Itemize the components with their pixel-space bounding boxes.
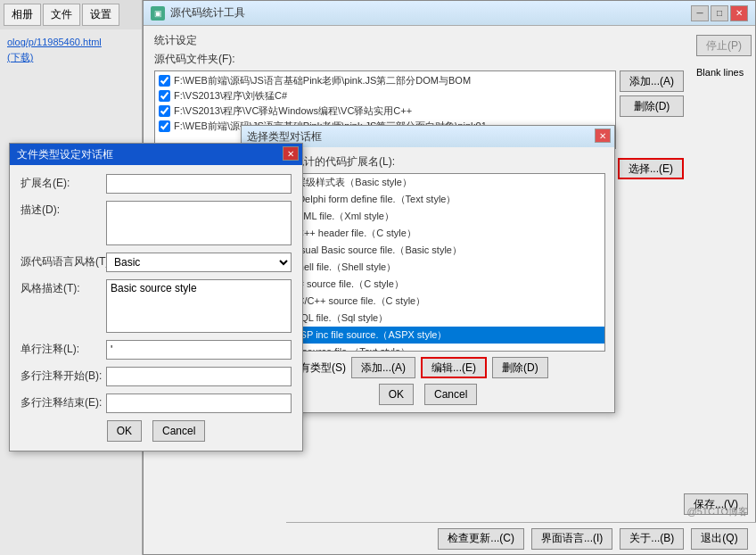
filetype-dialog: 文件类型设定对话框 ✕ 扩展名(E): 描述(D): 源代码语言风格(T): B… [9, 143, 303, 451]
select-type-bottom-row: 选择所有类型(S) 添加...(A) 编辑...(E) 删除(D) [251, 357, 605, 378]
file-checkbox-0[interactable] [159, 75, 170, 87]
sidebar-item-files[interactable]: 文件 [43, 4, 80, 26]
watermark: @51CTO博客 [687, 505, 748, 518]
multi-end-input[interactable] [106, 393, 292, 413]
type-item-rc[interactable]: .rc - Resource file.（Text style） [251, 344, 604, 352]
style-desc-row: 风格描述(T): Basic source style [21, 279, 292, 333]
filetype-cancel-button[interactable]: Cancel [152, 420, 205, 442]
type-item-inc[interactable]: .inc - ASP inc file source.（ASPX style） [251, 327, 604, 344]
single-comment-input[interactable] [106, 340, 292, 360]
ext-label: 扩展名(E): [21, 174, 101, 191]
type-item-cs[interactable]: .cs - C# source file.（C style） [251, 276, 604, 293]
title-bar-text: 源代码统计工具 [170, 5, 691, 21]
maximize-button[interactable]: □ [711, 5, 728, 21]
sidebar-item-settings[interactable]: 设置 [82, 4, 119, 26]
type-edit-button[interactable]: 编辑...(E) [421, 357, 487, 378]
ext-row: 扩展名(E): [21, 174, 292, 194]
file-list-item: F:\VS2013\程序\VC驿站Windows编程\VC驿站实用C++ [157, 104, 613, 119]
select-type-cancel-button[interactable]: Cancel [424, 384, 477, 405]
file-checkbox-1[interactable] [159, 90, 170, 102]
sidebar-download-link[interactable]: (下载) [7, 51, 135, 64]
close-button[interactable]: ✕ [730, 5, 748, 21]
type-instruction: 请选择要统计的代码扩展名(L): [251, 154, 605, 170]
select-type-ok-button[interactable]: OK [379, 384, 414, 405]
file-list-item: F:\WEB前端\源码\JS语言基础Pink老师\pink.JS第二部分DOM与… [157, 73, 613, 88]
type-item-cpp[interactable]: .cpp - C/C++ source file.（C style） [251, 293, 604, 310]
bottom-bar: 检查更新...(C) 界面语言...(I) 关于...(B) 退出(Q) [286, 522, 756, 554]
type-add-button[interactable]: 添加...(A) [351, 357, 415, 378]
about-button[interactable]: 关于...(B) [620, 528, 684, 550]
single-comment-label: 单行注释(L): [21, 340, 101, 357]
filetype-close-button[interactable]: ✕ [283, 146, 299, 161]
type-list-box: .css - 层级样式表（Basic style） .dfm - Delphi … [251, 173, 605, 352]
right-buttons: 停止(P) Blank lines [696, 35, 752, 78]
type-delete-button[interactable]: 删除(D) [492, 357, 548, 378]
sidebar-nav: 相册 文件 设置 [0, 0, 142, 29]
ui-language-button[interactable]: 界面语言...(I) [531, 528, 612, 550]
filetype-content: 扩展名(E): 描述(D): 源代码语言风格(T): Basic 风格描述(T)… [10, 165, 302, 451]
exit-button[interactable]: 退出(Q) [691, 528, 747, 550]
select-type-close-button[interactable]: ✕ [595, 128, 611, 143]
type-item-sql[interactable]: .sql - SQL file.（Sql style） [251, 310, 604, 327]
multi-start-row: 多行注释开始(B): [21, 367, 292, 386]
select-type-ok-row: OK Cancel [251, 384, 605, 405]
style-desc-label: 风格描述(T): [21, 279, 101, 296]
style-row: 源代码语言风格(T): Basic [21, 253, 292, 272]
file-path-1: F:\VS2013\程序\刘铁猛C# [174, 89, 287, 103]
stop-button[interactable]: 停止(P) [696, 35, 752, 56]
desc-row: 描述(D): [21, 201, 292, 245]
minimize-button[interactable]: ─ [691, 5, 709, 21]
section-label: 统计设定 [154, 33, 684, 48]
file-list-item: F:\VS2013\程序\刘铁猛C# [157, 88, 613, 104]
add-folder-button[interactable]: 添加...(A) [620, 70, 684, 92]
app-icon: ▣ [151, 6, 165, 21]
blank-lines-label: Blank lines [696, 67, 752, 78]
select-type-button[interactable]: 选择...(E) [618, 158, 684, 179]
filetype-title-bar: 文件类型设定对话框 ✕ [10, 144, 302, 165]
title-bar-controls: ─ □ ✕ [691, 5, 748, 21]
style-combo[interactable]: Basic [106, 253, 292, 272]
filetype-title-text: 文件类型设定对话框 [17, 147, 113, 162]
check-update-button[interactable]: 检查更新...(C) [438, 528, 524, 550]
type-item-vb[interactable]: .vb - Visual Basic source file.（Basic st… [251, 242, 604, 259]
file-checkbox-2[interactable] [159, 105, 170, 117]
type-item-h[interactable]: .h - C/C++ header file.（C style） [251, 225, 604, 242]
file-checkbox-3[interactable] [159, 120, 170, 132]
multi-start-input[interactable] [106, 367, 292, 386]
type-item-css[interactable]: .css - 层级样式表（Basic style） [251, 174, 604, 191]
delete-folder-button[interactable]: 删除(D) [620, 95, 684, 117]
multi-end-label: 多行注释结束(E): [21, 393, 101, 410]
style-label: 源代码语言风格(T): [21, 253, 101, 269]
sidebar-link[interactable]: olog/p/11985460.html [7, 37, 135, 47]
desc-textarea[interactable] [106, 201, 292, 245]
type-item-xml[interactable]: .xml - XML file.（Xml style） [251, 208, 604, 225]
file-path-2: F:\VS2013\程序\VC驿站Windows编程\VC驿站实用C++ [174, 104, 412, 118]
single-comment-row: 单行注释(L): [21, 340, 292, 360]
filetype-ok-button[interactable]: OK [107, 420, 142, 442]
sidebar-item-album[interactable]: 相册 [4, 4, 41, 26]
multi-end-row: 多行注释结束(E): [21, 393, 292, 413]
multi-start-label: 多行注释开始(B): [21, 367, 101, 384]
style-desc-box: Basic source style [106, 279, 292, 333]
type-item-dfm[interactable]: .dfm - Delphi form define file.（Text sty… [251, 191, 604, 208]
select-type-title: 选择类型对话框 [247, 129, 322, 145]
ext-input[interactable] [106, 174, 292, 194]
type-item-sh[interactable]: .sh - Shell file.（Shell style） [251, 259, 604, 276]
desc-label: 描述(D): [21, 201, 101, 218]
title-bar: ▣ 源代码统计工具 ─ □ ✕ [144, 1, 755, 26]
filetype-btn-row: OK Cancel [21, 420, 292, 442]
sidebar-content: olog/p/11985460.html (下载) [0, 29, 142, 75]
file-path-0: F:\WEB前端\源码\JS语言基础Pink老师\pink.JS第二部分DOM与… [174, 74, 471, 87]
file-list-label: 源代码文件夹(F): [154, 52, 684, 67]
